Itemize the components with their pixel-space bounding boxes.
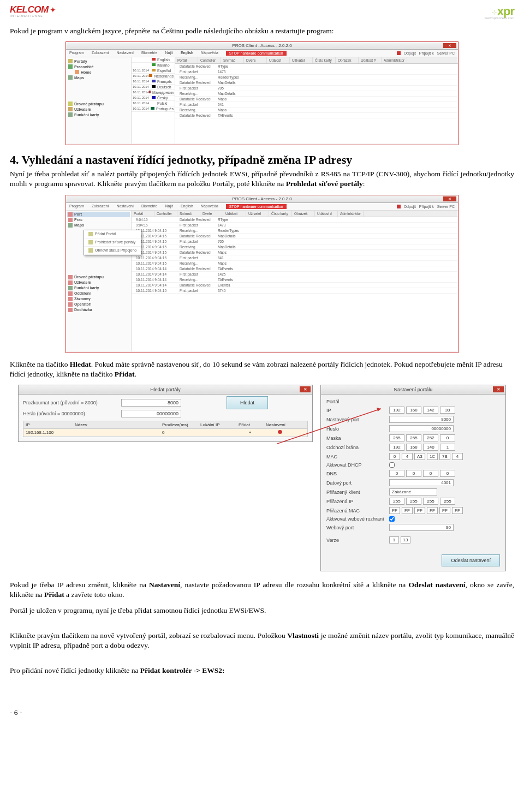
ctx-obnovit[interactable]: Obnovit status Připojeno xyxy=(84,247,141,255)
menu2-najit[interactable]: Najít xyxy=(165,204,172,209)
tree-uzivatele[interactable]: Uživatelé xyxy=(67,106,130,112)
tree2-operatori[interactable]: Operátoři xyxy=(67,302,130,307)
menu-nastaveni[interactable]: Nastavení xyxy=(116,51,134,56)
menu2-zobrazeni[interactable]: Zobrazení xyxy=(92,204,109,209)
screenshot-1: PROS Client - Access - 2.0.2.0 ✕ Program… xyxy=(66,41,458,145)
section4-para: Nyní je třeba prohledat síť a nalézt por… xyxy=(10,169,514,189)
dlg2-dns-label: DNS xyxy=(326,471,389,476)
menu-napoveda[interactable]: Nápověda xyxy=(201,51,218,56)
tree2-maps[interactable]: Maps xyxy=(67,223,130,228)
tree-home[interactable]: Home xyxy=(67,69,130,75)
dlg2-mac-input[interactable]: 04A31C7B4 xyxy=(389,453,463,460)
dlg2-maska-label: Maska xyxy=(326,435,389,441)
dlg2-verze-label: Verze xyxy=(326,538,389,543)
menu2-nastaveni[interactable]: Nastavení xyxy=(116,204,134,209)
para2: Klikněte na tlačítko Hledat. Pokud máte … xyxy=(10,360,514,379)
menu-najit[interactable]: Najít xyxy=(165,51,172,56)
dlg2-dhcp-label: Aktivovat DHCP xyxy=(326,462,389,468)
dlg2-port-label: Nastavený port xyxy=(326,417,389,422)
context-menu: Přidat Portál Prohledat síťové portály O… xyxy=(84,230,141,255)
tree2-urovne[interactable]: Úrovně přístupu xyxy=(67,274,130,280)
menu-biometrie[interactable]: Biometrie xyxy=(141,51,158,56)
para4: Portál je uložen v programu, nyní je tře… xyxy=(10,606,514,616)
dlg2-dns-input[interactable]: 0000 xyxy=(389,470,455,477)
dlg2-klient-select[interactable]: Zakázané xyxy=(389,488,437,495)
dlg1-heslo-input[interactable]: 00000000 xyxy=(121,410,181,417)
dlg2-maska-input[interactable]: 2552552520 xyxy=(389,434,455,441)
dlg2-dhcp-checkbox[interactable] xyxy=(389,462,395,468)
tree2-funkcni[interactable]: Funkční karty xyxy=(67,285,130,291)
dlg2-ip-label: IP xyxy=(326,408,389,413)
tree-pracoviste[interactable]: Pracoviště xyxy=(67,64,130,69)
dlg1-row-add-button[interactable]: + xyxy=(236,429,264,436)
dlg2-port-input[interactable]: 8000 xyxy=(389,416,454,423)
stop-hw-button[interactable]: STOP hardware communication xyxy=(226,51,287,56)
menu2-odpojit[interactable]: Odpojit xyxy=(404,205,416,208)
screenshot-1-wrap: PROS Client - Access - 2.0.2.0 ✕ Program… xyxy=(10,41,514,145)
tree-urovne[interactable]: Úrovně přístupu xyxy=(67,101,130,106)
menu-english[interactable]: English xyxy=(181,51,193,56)
dlg2-pip-input[interactable]: 255255255255 xyxy=(389,498,455,505)
menu2-serverpc[interactable]: Server PC xyxy=(437,205,455,208)
dlg2-dport-label: Datový port xyxy=(326,480,389,486)
logo-xpr-sub: www.xpraccess.com xyxy=(485,16,514,20)
tree2-oddeleni[interactable]: Oddělení xyxy=(67,291,130,296)
leaf-icon: ✦ xyxy=(50,6,56,14)
menu2-napoveda[interactable]: Nápověda xyxy=(201,204,218,209)
ctx-prohledat[interactable]: Prohledat síťové portály xyxy=(84,238,141,247)
tree2-zaznamy[interactable]: Záznamy xyxy=(67,296,130,302)
dlg1-row-ip: 192.168.1.100 xyxy=(23,429,73,436)
tree-portaly[interactable]: Portály xyxy=(67,58,130,64)
tree-maps[interactable]: Maps xyxy=(67,75,130,80)
close-icon[interactable]: ✕ xyxy=(443,43,456,48)
para5: Klikněte pravým tlačítkem na nově vytvoř… xyxy=(10,631,514,650)
dlg2-pmac-input[interactable]: FFFFFFFFFFFF xyxy=(389,507,463,514)
dlg2-web-checkbox[interactable] xyxy=(389,516,395,522)
dlg1-row-lokalni xyxy=(198,429,236,436)
menu2-biometrie[interactable]: Biometrie xyxy=(141,204,158,209)
tree2-prac[interactable]: Prac xyxy=(67,217,130,223)
odeslat-nastaveni-button[interactable]: Odeslat nastavení xyxy=(442,554,500,566)
dlg1-result-row[interactable]: 192.168.1.100 0 + xyxy=(23,429,307,437)
menu-odpojit[interactable]: Odpojit xyxy=(404,51,416,55)
dlg2-titlebar: Nastavení portálu ✕ xyxy=(321,385,505,395)
close-icon[interactable]: ✕ xyxy=(300,386,311,392)
ctx-pridat-portal[interactable]: Přidat Portál xyxy=(84,230,141,238)
menu2-program[interactable]: Program xyxy=(69,204,84,209)
dlg1-port-input[interactable]: 8000 xyxy=(121,399,181,407)
dlg1-hdr-prodleva: Prodleva(ms) xyxy=(160,421,198,428)
dlg2-klient-label: Přiřazený klient xyxy=(326,489,389,495)
screenshot-2: PROS Client - Access - 2.0.2.0 ✕ Program… xyxy=(66,195,458,353)
screenshot-2-wrap: PROS Client - Access - 2.0.2.0 ✕ Program… xyxy=(10,195,514,353)
tree2-dochazka[interactable]: Docházka xyxy=(67,307,130,313)
dlg1-title-text: Hledat portály xyxy=(150,387,181,392)
page-number: - 6 - xyxy=(10,708,514,717)
logo-kelcom: KELCOM✦ INTERNATIONAL xyxy=(10,4,56,17)
menu-serverpc[interactable]: Server PC xyxy=(437,51,455,55)
menu-program[interactable]: Program xyxy=(69,51,84,56)
dlg2-brana-input[interactable]: 1921681401 xyxy=(389,444,455,451)
dlg2-wport-input[interactable]: 80 xyxy=(389,524,454,531)
menu-pripojit[interactable]: Připojit k xyxy=(419,51,434,55)
tree2-port[interactable]: Port xyxy=(67,212,130,217)
hledat-button[interactable]: Hledat xyxy=(227,396,268,409)
dlg1-row-settings-dot[interactable] xyxy=(264,429,296,436)
dlg2-dport-input[interactable]: 4001 xyxy=(389,479,454,486)
dlg1-titlebar: Hledat portály ✕ xyxy=(19,385,312,395)
para3: Pokud je třeba IP adresu změnit, kliknět… xyxy=(10,580,514,600)
stop-hw-button-2[interactable]: STOP hardware communication xyxy=(226,204,287,209)
dlg1-port-label: Prozkoumat port (původní = 8000) xyxy=(23,400,116,405)
dlg2-heslo-input[interactable]: 00000000 xyxy=(389,425,454,432)
dlg1-hdr-nastaveni: Nastavení xyxy=(264,421,296,428)
close-icon[interactable]: ✕ xyxy=(443,196,456,201)
menu2-english[interactable]: English xyxy=(181,204,193,209)
ss1-menubar: Program Zobrazení Nastavení Biometrie Na… xyxy=(66,50,458,57)
dlg2-ip-input[interactable]: 19216814230 xyxy=(389,407,455,414)
menu-zobrazeni[interactable]: Zobrazení xyxy=(92,51,109,56)
dialog-hledat-portaly: Hledat portály ✕ Prozkoumat port (původn… xyxy=(18,385,313,442)
tree2-uzivatele[interactable]: Uživatelé xyxy=(67,280,130,285)
tree-funkcni[interactable]: Funkční karty xyxy=(67,112,130,117)
menu2-pripojit[interactable]: Připojit k xyxy=(419,205,434,208)
ss1-title-text: PROS Client - Access - 2.0.2.0 xyxy=(232,43,291,48)
close-icon[interactable]: ✕ xyxy=(493,386,504,392)
